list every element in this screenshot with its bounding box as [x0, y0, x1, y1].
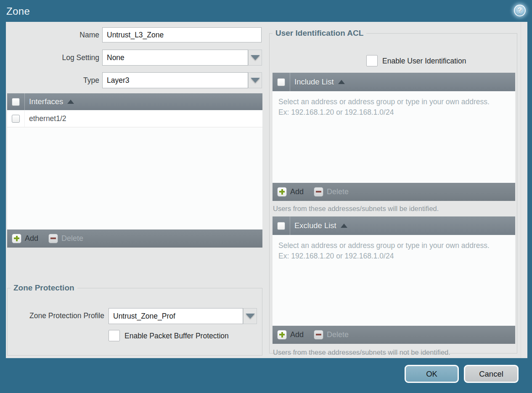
- zone-protection-legend: Zone Protection: [11, 283, 77, 293]
- exclude-select-all-checkbox[interactable]: [277, 222, 285, 230]
- add-button-label: Add: [290, 330, 304, 339]
- include-add-button[interactable]: Add: [277, 187, 304, 197]
- log-setting-dropdown-button[interactable]: [248, 50, 262, 66]
- include-list-placeholder: Select an address or address group or ty…: [273, 91, 503, 123]
- interface-row-checkbox[interactable]: [12, 115, 20, 123]
- name-input[interactable]: [102, 27, 262, 42]
- interfaces-table-header: Interfaces: [7, 93, 262, 110]
- exclude-delete-button[interactable]: Delete: [314, 330, 349, 340]
- ok-button[interactable]: OK: [405, 365, 459, 383]
- interfaces-table-body: [7, 127, 262, 229]
- include-list-body[interactable]: Select an address or address group or ty…: [273, 91, 515, 183]
- interfaces-delete-button[interactable]: Delete: [48, 234, 83, 243]
- add-plus-icon: [12, 234, 21, 243]
- include-select-all-checkbox[interactable]: [277, 78, 285, 86]
- packet-buffer-protection-checkbox[interactable]: [109, 330, 120, 341]
- delete-minus-icon: [314, 187, 323, 197]
- exclude-list-column-header[interactable]: Exclude List: [294, 221, 336, 230]
- zone-protection-profile-input[interactable]: [109, 308, 243, 324]
- dialog-titlebar: Zone ?: [0, 0, 532, 22]
- sort-ascending-icon[interactable]: [338, 80, 345, 84]
- include-list-helper-text: Users from these addresses/subnets will …: [273, 205, 439, 213]
- include-list-toolbar: Add Delete: [273, 183, 515, 201]
- enable-user-identification-label: Enable User Identification: [382, 57, 466, 66]
- add-plus-icon: [277, 187, 287, 197]
- interfaces-table-toolbar: Add Delete: [7, 229, 262, 248]
- dialog-title: Zone: [6, 5, 30, 17]
- panel-divider: [521, 22, 521, 358]
- exclude-list-toolbar: Add Delete: [273, 326, 515, 344]
- zone-protection-profile-dropdown-button[interactable]: [243, 308, 257, 324]
- exclude-add-button[interactable]: Add: [277, 330, 304, 340]
- include-list-header: Include List: [273, 73, 515, 91]
- include-list-column-header[interactable]: Include List: [294, 77, 334, 87]
- include-list-table: Include List Select an address or addres…: [273, 73, 515, 201]
- add-button-label: Add: [25, 234, 38, 243]
- sort-ascending-icon[interactable]: [341, 224, 347, 228]
- log-setting-input[interactable]: [102, 50, 248, 66]
- add-plus-icon: [277, 330, 287, 340]
- enable-user-identification-checkbox[interactable]: [366, 55, 378, 66]
- type-label: Type: [6, 76, 99, 85]
- delete-button-label: Delete: [61, 234, 83, 243]
- exclude-list-body[interactable]: Select an address or address group or ty…: [273, 235, 515, 326]
- delete-minus-icon: [48, 234, 58, 243]
- interfaces-select-all-checkbox[interactable]: [12, 98, 20, 106]
- user-identification-group: User Identification ACL Enable User Iden…: [269, 29, 517, 353]
- user-identification-legend: User Identification ACL: [273, 29, 366, 38]
- dialog-body: Name Log Setting Type Interfaces etherne…: [6, 22, 527, 358]
- add-button-label: Add: [290, 187, 304, 196]
- zone-protection-group: Zone Protection Zone Protection Profile …: [7, 283, 262, 356]
- help-icon[interactable]: ?: [514, 5, 526, 16]
- interface-name: ethernet1/2: [29, 114, 66, 123]
- log-setting-label: Log Setting: [6, 53, 99, 62]
- type-dropdown-button[interactable]: [248, 72, 262, 88]
- name-label: Name: [6, 31, 99, 40]
- delete-minus-icon: [314, 330, 323, 340]
- interface-row[interactable]: ethernet1/2: [7, 110, 262, 127]
- interface-row-checkbox-cell: [7, 110, 25, 127]
- packet-buffer-protection-label: Enable Packet Buffer Protection: [124, 332, 229, 340]
- cancel-button[interactable]: Cancel: [464, 365, 519, 383]
- interfaces-select-all-cell: [7, 93, 25, 110]
- chevron-down-icon: [246, 314, 255, 319]
- chevron-down-icon: [251, 78, 260, 83]
- chevron-down-icon: [251, 55, 260, 60]
- interfaces-table: Interfaces ethernet1/2 Add Delete: [7, 93, 262, 248]
- interfaces-add-button[interactable]: Add: [12, 234, 38, 243]
- delete-button-label: Delete: [327, 330, 349, 339]
- exclude-select-all-cell: [273, 216, 290, 235]
- exclude-list-table: Exclude List Select an address or addres…: [273, 216, 515, 344]
- sort-ascending-icon[interactable]: [67, 100, 74, 104]
- type-input[interactable]: [102, 72, 248, 88]
- include-select-all-cell: [273, 73, 290, 91]
- interfaces-column-header[interactable]: Interfaces: [29, 97, 63, 106]
- exclude-list-helper-text: Users from these addresses/subnets will …: [273, 348, 450, 356]
- exclude-list-placeholder: Select an address or address group or ty…: [273, 235, 503, 267]
- exclude-list-header: Exclude List: [273, 216, 515, 235]
- delete-button-label: Delete: [327, 187, 349, 196]
- include-delete-button[interactable]: Delete: [314, 187, 349, 197]
- zone-protection-profile-label: Zone Protection Profile: [8, 311, 104, 320]
